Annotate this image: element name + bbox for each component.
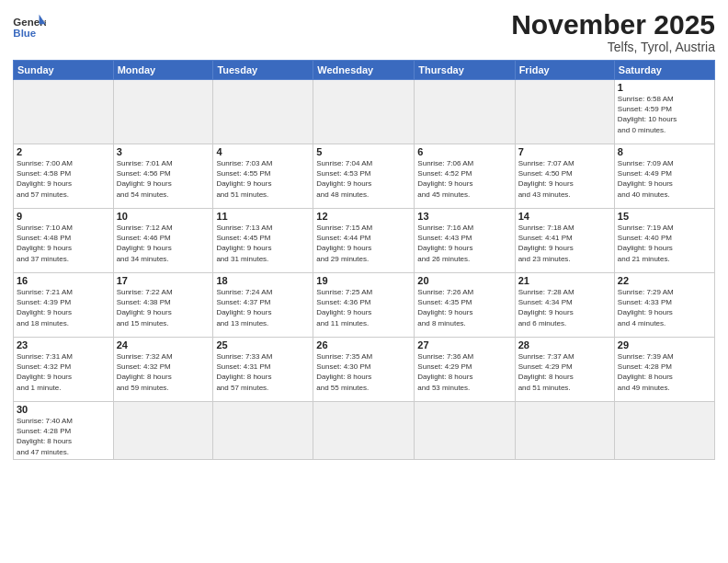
day-info: Sunrise: 7:29 AM Sunset: 4:33 PM Dayligh… [618,287,711,328]
day-number: 1 [618,82,711,93]
table-row: 2Sunrise: 7:00 AM Sunset: 4:58 PM Daylig… [14,144,114,209]
location-title: Telfs, Tyrol, Austria [511,40,715,54]
header-friday: Friday [515,61,614,80]
day-number: 29 [618,339,711,350]
header-wednesday: Wednesday [313,61,415,80]
table-row: 5Sunrise: 7:04 AM Sunset: 4:53 PM Daylig… [313,144,415,209]
day-info: Sunrise: 7:16 AM Sunset: 4:43 PM Dayligh… [417,223,511,264]
day-info: Sunrise: 7:13 AM Sunset: 4:45 PM Dayligh… [216,223,310,264]
day-info: Sunrise: 7:00 AM Sunset: 4:58 PM Dayligh… [17,158,110,200]
day-info: Sunrise: 7:28 AM Sunset: 4:34 PM Dayligh… [518,287,611,328]
table-row: 29Sunrise: 7:39 AM Sunset: 4:28 PM Dayli… [614,338,714,402]
day-info: Sunrise: 7:31 AM Sunset: 4:32 PM Dayligh… [17,351,110,393]
header: General Blue November 2025 Telfs, Tyrol,… [13,9,715,54]
table-row: 20Sunrise: 7:26 AM Sunset: 4:35 PM Dayli… [415,273,515,338]
table-row: 3Sunrise: 7:01 AM Sunset: 4:56 PM Daylig… [113,144,213,209]
table-row: 14Sunrise: 7:18 AM Sunset: 4:41 PM Dayli… [515,209,614,273]
table-row: 4Sunrise: 7:03 AM Sunset: 4:55 PM Daylig… [213,144,313,209]
day-info: Sunrise: 7:32 AM Sunset: 4:32 PM Dayligh… [117,351,210,393]
day-number: 11 [216,211,310,222]
day-info: Sunrise: 7:09 AM Sunset: 4:49 PM Dayligh… [618,158,711,200]
header-sunday: Sunday [14,61,114,80]
day-number: 27 [417,339,511,350]
month-title: November 2025 [511,9,715,40]
day-info: Sunrise: 7:37 AM Sunset: 4:29 PM Dayligh… [518,351,611,393]
day-info: Sunrise: 7:04 AM Sunset: 4:53 PM Dayligh… [316,158,411,200]
day-number: 2 [17,146,110,157]
day-number: 28 [518,339,611,350]
day-info: Sunrise: 7:25 AM Sunset: 4:36 PM Dayligh… [316,287,411,328]
day-number: 5 [316,146,411,157]
day-info: Sunrise: 7:19 AM Sunset: 4:40 PM Dayligh… [618,223,711,264]
day-number: 24 [117,339,210,350]
weekday-header-row: Sunday Monday Tuesday Wednesday Thursday… [14,61,715,80]
table-row: 28Sunrise: 7:37 AM Sunset: 4:29 PM Dayli… [515,338,614,402]
table-row: 27Sunrise: 7:36 AM Sunset: 4:29 PM Dayli… [415,338,515,402]
table-row [614,402,714,460]
logo-icon: General Blue [13,13,46,40]
table-row: 24Sunrise: 7:32 AM Sunset: 4:32 PM Dayli… [113,338,213,402]
table-row: 7Sunrise: 7:07 AM Sunset: 4:50 PM Daylig… [515,144,614,209]
table-row: 8Sunrise: 7:09 AM Sunset: 4:49 PM Daylig… [614,144,714,209]
table-row: 10Sunrise: 7:12 AM Sunset: 4:46 PM Dayli… [113,209,213,273]
day-number: 3 [117,146,210,157]
table-row: 18Sunrise: 7:24 AM Sunset: 4:37 PM Dayli… [213,273,313,338]
day-info: Sunrise: 7:24 AM Sunset: 4:37 PM Dayligh… [216,287,310,328]
day-info: Sunrise: 7:36 AM Sunset: 4:29 PM Dayligh… [417,351,511,393]
header-saturday: Saturday [614,61,714,80]
day-number: 20 [417,275,511,286]
page: General Blue November 2025 Telfs, Tyrol,… [0,0,728,563]
table-row: 12Sunrise: 7:15 AM Sunset: 4:44 PM Dayli… [313,209,415,273]
table-row: 23Sunrise: 7:31 AM Sunset: 4:32 PM Dayli… [14,338,114,402]
day-info: Sunrise: 7:03 AM Sunset: 4:55 PM Dayligh… [216,158,310,200]
day-info: Sunrise: 7:21 AM Sunset: 4:39 PM Dayligh… [17,287,110,328]
header-monday: Monday [113,61,213,80]
table-row: 13Sunrise: 7:16 AM Sunset: 4:43 PM Dayli… [415,209,515,273]
day-info: Sunrise: 7:22 AM Sunset: 4:38 PM Dayligh… [117,287,210,328]
header-tuesday: Tuesday [213,61,313,80]
day-info: Sunrise: 7:40 AM Sunset: 4:28 PM Dayligh… [17,416,110,457]
title-block: November 2025 Telfs, Tyrol, Austria [511,9,715,54]
day-number: 13 [417,211,511,222]
day-number: 8 [618,146,711,157]
day-number: 4 [216,146,310,157]
day-number: 26 [316,339,411,350]
day-info: Sunrise: 7:33 AM Sunset: 4:31 PM Dayligh… [216,351,310,393]
day-number: 9 [17,211,110,222]
day-info: Sunrise: 7:18 AM Sunset: 4:41 PM Dayligh… [518,223,611,264]
day-number: 7 [518,146,611,157]
day-number: 18 [216,275,310,286]
day-info: Sunrise: 7:07 AM Sunset: 4:50 PM Dayligh… [518,158,611,200]
day-number: 17 [117,275,210,286]
table-row [313,402,415,460]
svg-text:Blue: Blue [13,28,36,39]
table-row: 30Sunrise: 7:40 AM Sunset: 4:28 PM Dayli… [14,402,114,460]
table-row: 19Sunrise: 7:25 AM Sunset: 4:36 PM Dayli… [313,273,415,338]
day-number: 23 [17,339,110,350]
day-number: 16 [17,275,110,286]
day-number: 19 [316,275,411,286]
table-row: 17Sunrise: 7:22 AM Sunset: 4:38 PM Dayli… [113,273,213,338]
table-row: 22Sunrise: 7:29 AM Sunset: 4:33 PM Dayli… [614,273,714,338]
header-thursday: Thursday [415,61,515,80]
day-info: Sunrise: 7:35 AM Sunset: 4:30 PM Dayligh… [316,351,411,393]
table-row [213,402,313,460]
day-number: 15 [618,211,711,222]
day-info: Sunrise: 7:26 AM Sunset: 4:35 PM Dayligh… [417,287,511,328]
table-row [213,80,313,144]
table-row: 9Sunrise: 7:10 AM Sunset: 4:48 PM Daylig… [14,209,114,273]
day-info: Sunrise: 7:10 AM Sunset: 4:48 PM Dayligh… [17,223,110,264]
day-info: Sunrise: 7:15 AM Sunset: 4:44 PM Dayligh… [316,223,411,264]
table-row: 21Sunrise: 7:28 AM Sunset: 4:34 PM Dayli… [515,273,614,338]
table-row: 16Sunrise: 7:21 AM Sunset: 4:39 PM Dayli… [14,273,114,338]
table-row: 25Sunrise: 7:33 AM Sunset: 4:31 PM Dayli… [213,338,313,402]
day-number: 14 [518,211,611,222]
day-info: Sunrise: 7:01 AM Sunset: 4:56 PM Dayligh… [117,158,210,200]
day-number: 21 [518,275,611,286]
day-info: Sunrise: 6:58 AM Sunset: 4:59 PM Dayligh… [618,94,711,135]
day-number: 10 [117,211,210,222]
table-row [515,402,614,460]
day-number: 22 [618,275,711,286]
table-row: 26Sunrise: 7:35 AM Sunset: 4:30 PM Dayli… [313,338,415,402]
table-row [515,80,614,144]
